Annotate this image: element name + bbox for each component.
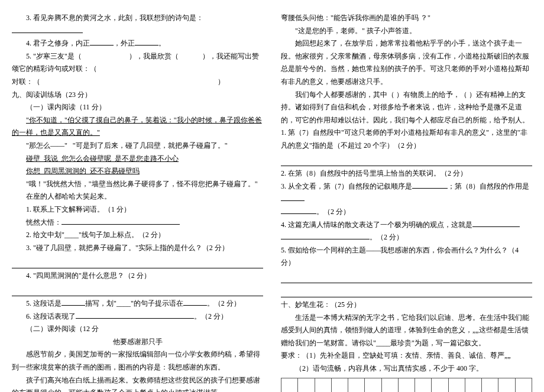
right-q1: 1. 第（7）自然段中"可这只老师的手对小道格拉斯却有非凡的意义"，这里的"非凡… <box>281 127 532 152</box>
passage-line-5: "哦！"我恍然大悟，"墙壁当然比鼻子硬得多了，怪不得您把鼻子碰扁了。" <box>12 178 263 191</box>
q4b: ，外正 <box>114 39 135 47</box>
q6a: 6. 这段话表现了 <box>26 312 76 320</box>
sub-q5: 5. 这段话是描写，划"____"的句子提示语在。（2 分） <box>12 297 263 310</box>
comp-req2: （2）语句流畅，内容具体，写出真情实感，不少于 400 字。 <box>281 362 532 375</box>
rq4a: 4. 这篇充满人情味的散文表达了一个极为明确的观点，这就是 <box>281 221 472 229</box>
q5bb: 描写，划"____"的句子提示语在 <box>85 299 183 307</box>
q5b: ），我最欣赏（ <box>129 52 179 60</box>
question-5: 5. "岁寒三友"是（），我最欣赏（），我还能写出赞颂它的精彩诗句或对联：（ <box>12 50 263 76</box>
passage-line-4: 你想 四周黑洞洞的 还不容易碰壁吗 <box>12 165 263 178</box>
blank[interactable] <box>183 305 207 306</box>
p4a: 你想 <box>26 167 40 175</box>
blank[interactable] <box>412 188 448 189</box>
passage-line-3: 碰壁 我说 您怎么会碰壁呢 是不是您走路不小心 <box>12 153 263 166</box>
blank[interactable] <box>281 200 305 201</box>
p3b: 我说 <box>44 154 58 163</box>
blank[interactable] <box>90 45 114 46</box>
answer-line[interactable] <box>12 255 263 268</box>
sub-q1: 1. 联系上下文解释词语。（1 分） <box>12 203 263 216</box>
essay-p7: "这是您的手，老师。" 孩子小声答道。 <box>281 25 532 38</box>
answer-line[interactable] <box>281 154 532 167</box>
p2b: "可是到了后来，碰了几回壁，就把鼻子碰扁了。" <box>73 141 228 150</box>
p3c: 您怎么会碰壁呢 <box>61 154 111 163</box>
q5bc: 。（2 分） <box>207 299 241 307</box>
right-q5: 5. 假如给你一个同样的主题——我想感谢的东西，你会画什么？为什么？（4 分） <box>281 244 532 270</box>
q4c: 。 <box>158 39 166 47</box>
essay-p2: 孩子们高兴地在白纸上描画起来。女教师猜想这些贫民区的孩子们想要感谢的东西是很少的… <box>12 374 263 392</box>
comp-req1: 要求：（1）先补全题目，空缺处可填：友情、亲情、善良、诚信、尊严„„ <box>281 349 532 362</box>
q5d: ） <box>218 77 225 86</box>
essay-title-2: 他要感谢那只手 <box>12 336 263 349</box>
blank[interactable] <box>472 226 520 227</box>
right-q4-cont: 。（2 分） <box>281 231 532 244</box>
p4c: 还不容易碰壁吗 <box>90 167 140 175</box>
passage-line-1: "你不知道，"伯父摸了摸自己的鼻子，笑着说："我小的时候，鼻子跟你爸爸的一样，也… <box>12 114 263 140</box>
q1a-label: 恍然大悟： <box>26 218 61 226</box>
blank[interactable] <box>76 318 194 319</box>
passage-line-6: 在座的人都哈哈大笑起来。 <box>12 190 263 203</box>
writing-grid[interactable] <box>281 378 532 392</box>
question-3: 3. 看见奔腾不息的黄河之水，此刻，我联想到的诗句是： <box>12 12 263 37</box>
q5a: 5. "岁寒三友"是（ <box>26 52 82 60</box>
p2a: "那怎么——" <box>26 141 67 150</box>
blank[interactable] <box>135 45 158 46</box>
essay-p6: 弯腰低头问他："能告诉我你画的是谁的手吗 ？" <box>281 12 532 25</box>
essay-p1: 感恩节前夕，美国芝加哥的一家报纸编辑部向一位小学女教师约稿，希望得到一些家境贫寒… <box>12 348 263 374</box>
sub-q2: 2. 给文中划"____"线句子加上标点。（2 分） <box>12 229 263 242</box>
sub-q1-a: 恍然大悟： <box>12 216 263 229</box>
answer-line[interactable] <box>12 283 263 296</box>
right-q3-cont: 。（2 分） <box>281 206 532 219</box>
q6b: 。（2 分） <box>194 312 228 320</box>
rq3c: 。（2 分） <box>316 208 350 216</box>
passage-line-2: "那怎么——" "可是到了后来，碰了几回壁，就把鼻子碰扁了。" <box>12 140 263 153</box>
answer-line[interactable] <box>281 284 532 297</box>
essay-p8: 她回想起来了，在放学后，她常常拉着他粘乎乎的小手，送这个孩子走一段。他家很穷，父… <box>281 37 532 88</box>
section-9: 九、阅读训练场（23 分） <box>12 89 263 102</box>
section-9-2: （二）课外阅读（12 分 <box>12 323 263 336</box>
right-q3: 3. 从全文看，第（7）自然段的记叙顺序是；第（8）自然段的作用是 <box>281 180 532 206</box>
section-9-1: （一）课内阅读（11 分） <box>12 101 263 114</box>
q3-text: 3. 看见奔腾不息的黄河之水，此刻，我联想到的诗句是： <box>26 14 203 22</box>
sub-q3: 3. "碰了几回壁，就把鼻子碰扁了。"实际上指的是什么？（2 分） <box>12 242 263 255</box>
section-10: 十、妙笔生花：（25 分） <box>281 299 532 312</box>
rq4b: 。（2 分） <box>370 233 403 241</box>
q5ba: 5. 这段话是 <box>26 299 61 307</box>
blank[interactable] <box>61 224 180 225</box>
answer-line[interactable] <box>281 271 532 284</box>
right-q4: 4. 这篇充满人情味的散文表达了一个极为明确的观点，这就是 <box>281 219 532 232</box>
p3d: 是不是您走路不小心 <box>115 154 179 163</box>
rq3a: 3. 从全文看，第（7）自然段的记叙顺序是 <box>281 182 412 190</box>
sub-q4: 4. "四周黑洞洞的"是什么意思？（2 分） <box>12 270 263 283</box>
p3a: 碰壁 <box>26 154 40 163</box>
essay-p9: 我们每个人都要感谢的，其中（ ）有物质上的给予，（ ）还有精神上的支持。诸如得到… <box>281 89 532 127</box>
right-q2: 2. 在第（8）自然段中的括号里填上恰当的关联词。（2 分） <box>281 167 532 180</box>
question-4: 4. 君子之修身，内正，外正。 <box>12 37 263 50</box>
blank[interactable] <box>281 213 316 214</box>
blank[interactable] <box>61 305 85 306</box>
p4b: 四周黑洞洞的 <box>44 167 86 175</box>
comp-prompt: 生活是一本博大精深的无字之书，它给我们以启迪、思考。在生活中我们能感受到人间的真… <box>281 312 532 350</box>
blank[interactable] <box>12 33 83 33</box>
sub-q6: 6. 这段话表现了。（2 分） <box>12 310 263 323</box>
blank[interactable] <box>281 239 370 239</box>
rq3b: ；第（8）自然段的作用是 <box>448 182 529 190</box>
q5-cont: 对联：（） <box>12 76 263 89</box>
q4a: 4. 君子之修身，内正 <box>26 39 90 47</box>
